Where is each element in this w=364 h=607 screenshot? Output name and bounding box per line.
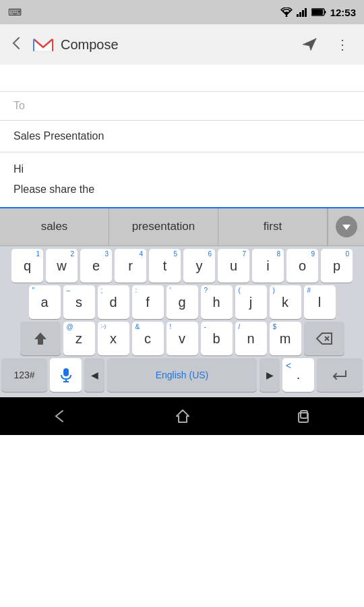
keyboard-row-1: 1q 2w 3e 4r 5t 6y 7u 8i 9o 0p (1, 249, 363, 283)
app-title: Compose (61, 37, 290, 53)
key-t[interactable]: 5t (149, 249, 181, 283)
shift-key[interactable] (20, 322, 61, 355)
key-v[interactable]: !v (166, 322, 198, 355)
subject-row[interactable]: Sales Presentation (0, 121, 364, 152)
status-time: 12:53 (330, 7, 356, 18)
key-f[interactable]: :f (132, 285, 164, 319)
enter-key[interactable] (317, 358, 363, 392)
status-bar: ⌨ 12:53 (0, 0, 364, 24)
svg-rect-4 (305, 8, 307, 17)
key-m[interactable]: $m (270, 322, 301, 355)
key-a[interactable]: "a (29, 285, 61, 319)
key-n[interactable]: /n (235, 322, 267, 355)
bottom-nav (0, 397, 364, 435)
battery-icon (311, 8, 326, 16)
period-key[interactable]: < . (282, 358, 314, 392)
enter-icon (331, 368, 348, 382)
body-area[interactable]: Hi Please share the (0, 152, 364, 208)
key-e[interactable]: 3e (80, 249, 112, 283)
app-bar-actions: ⋮ (295, 30, 357, 59)
right-chevron-key[interactable]: ▶ (260, 358, 280, 392)
mic-icon (60, 368, 72, 382)
nav-home-icon (175, 409, 190, 424)
key-d[interactable]: ;d (98, 285, 129, 319)
backspace-icon (315, 332, 333, 345)
status-bar-right: 12:53 (280, 7, 356, 18)
key-b[interactable]: -b (201, 322, 233, 355)
key-j[interactable]: (j (235, 285, 267, 319)
key-p[interactable]: 0p (321, 249, 353, 283)
suggestion-2[interactable]: presentation (109, 208, 218, 245)
key-k[interactable]: )k (270, 285, 301, 319)
app-bar: Compose ⋮ (0, 24, 364, 65)
nav-recents-icon (296, 409, 311, 424)
shift-icon (33, 331, 48, 346)
svg-rect-2 (299, 12, 301, 17)
key-l[interactable]: #l (304, 285, 336, 319)
nav-home-button[interactable] (159, 403, 206, 429)
more-symbol: < (286, 360, 291, 371)
key-y[interactable]: 6y (183, 249, 215, 283)
key-u[interactable]: 7u (218, 249, 249, 283)
suggestion-3[interactable]: first (218, 208, 328, 245)
backspace-key[interactable] (304, 322, 344, 355)
svg-rect-13 (301, 411, 307, 418)
nav-back-button[interactable] (37, 404, 86, 428)
wifi-icon (280, 7, 293, 17)
space-key[interactable]: English (US) (107, 358, 257, 392)
num-label: 123# (13, 370, 34, 380)
from-row[interactable] (0, 65, 364, 92)
svg-rect-7 (324, 11, 326, 13)
status-bar-left: ⌨ (8, 7, 22, 18)
svg-rect-6 (312, 9, 323, 15)
svg-point-0 (285, 16, 287, 18)
period-label: . (297, 367, 301, 382)
keyboard-row-4: 123# ◀ English (US) ▶ < . (1, 358, 363, 392)
svg-rect-1 (297, 14, 299, 17)
subject-text: Sales Presentation (13, 130, 104, 142)
space-label: English (US) (156, 370, 209, 380)
send-button[interactable] (295, 30, 325, 59)
back-button[interactable] (7, 31, 26, 59)
svg-rect-3 (302, 10, 304, 17)
nav-back-icon (53, 409, 69, 423)
key-h[interactable]: ?h (201, 285, 233, 319)
body-line2: Please share the (13, 182, 351, 197)
num-key[interactable]: 123# (1, 358, 47, 392)
key-x[interactable]: :-)x (98, 322, 129, 355)
body-line1: Hi (13, 162, 351, 177)
left-chevron-key[interactable]: ◀ (84, 358, 104, 392)
suggestion-1[interactable]: sales (0, 208, 109, 245)
nav-recents-button[interactable] (280, 403, 327, 429)
chevron-down-icon (342, 225, 351, 230)
more-options-button[interactable]: ⋮ (328, 30, 357, 59)
key-r[interactable]: 4r (115, 249, 146, 283)
suggestions-bar: sales presentation first (0, 208, 364, 246)
to-row[interactable]: To (0, 92, 364, 121)
keyboard: 1q 2w 3e 4r 5t 6y 7u 8i 9o 0p "a –s ;d :… (0, 246, 364, 397)
signal-icon (297, 7, 307, 17)
keyboard-row-2: "a –s ;d :f 'g ?h (j )k #l (1, 285, 363, 319)
arrow-circle (336, 216, 357, 237)
gmail-logo (31, 32, 55, 57)
to-label: To (13, 100, 34, 112)
key-w[interactable]: 2w (46, 249, 78, 283)
key-g[interactable]: 'g (166, 285, 198, 319)
key-c[interactable]: &c (132, 322, 164, 355)
compose-area: To Sales Presentation Hi Please share th… (0, 65, 364, 208)
keyboard-row-3: @z :-)x &c !v -b /n $m (1, 322, 363, 355)
key-i[interactable]: 8i (252, 249, 284, 283)
key-q[interactable]: 1q (11, 249, 43, 283)
svg-rect-9 (63, 368, 69, 376)
suggestions-expand-button[interactable] (328, 208, 364, 245)
keyboard-icon: ⌨ (8, 7, 22, 18)
key-z[interactable]: @z (63, 322, 95, 355)
key-s[interactable]: –s (63, 285, 95, 319)
mic-key[interactable] (50, 358, 82, 392)
key-o[interactable]: 9o (286, 249, 318, 283)
